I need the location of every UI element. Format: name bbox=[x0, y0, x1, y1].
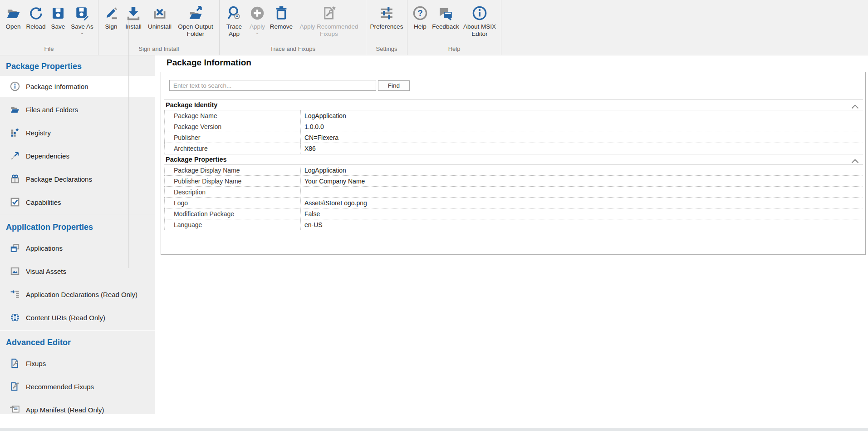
row-label: Publisher Display Name bbox=[164, 176, 301, 186]
declaration-list-icon bbox=[10, 289, 20, 299]
reload-icon bbox=[27, 4, 44, 22]
sidebar-heading-application-properties: Application Properties bbox=[0, 215, 155, 238]
sidebar-item-files-and-folders[interactable]: Files and Folders bbox=[0, 99, 155, 120]
reload-button[interactable]: Reload bbox=[24, 0, 48, 30]
remove-button[interactable]: Remove bbox=[268, 0, 294, 30]
sidebar-item-applications[interactable]: Applications bbox=[0, 238, 155, 258]
table-row-logo[interactable]: Logo Assets\StoreLogo.png bbox=[164, 198, 863, 208]
save-as-dropdown-chevron[interactable]: ⌄ bbox=[80, 30, 84, 35]
row-label: Package Version bbox=[164, 121, 301, 132]
sidebar-item-app-manifest[interactable]: App Manifest (Read Only) bbox=[0, 399, 155, 414]
sidebar-item-label: Package Information bbox=[26, 83, 88, 90]
open-output-folder-button[interactable]: Open Output Folder bbox=[174, 0, 217, 38]
preferences-label: Preferences bbox=[370, 23, 403, 30]
image-icon bbox=[10, 266, 20, 276]
ribbon-group-sign-install: Sign Install Uninstall Open Output Folde… bbox=[98, 0, 220, 55]
chevron-up-icon[interactable] bbox=[851, 103, 859, 110]
about-msix-editor-button[interactable]: About MSIX Editor bbox=[461, 0, 499, 38]
sidebar-item-fixups[interactable]: Fixups bbox=[0, 353, 155, 374]
row-value[interactable]: CN=Flexera bbox=[301, 132, 863, 143]
sidebar-item-label: Registry bbox=[26, 129, 51, 137]
feedback-bubble-icon bbox=[437, 4, 454, 22]
row-value[interactable]: LogApplication bbox=[301, 165, 863, 175]
apply-plus-icon bbox=[249, 4, 266, 22]
sidebar-item-package-declarations[interactable]: Package Declarations bbox=[0, 168, 155, 189]
row-value[interactable]: X86 bbox=[301, 143, 863, 154]
install-arrow-icon bbox=[125, 4, 142, 22]
save-button[interactable]: Save bbox=[48, 0, 69, 30]
apply-recommended-fixups-button[interactable]: Apply Recommended Fixups bbox=[294, 0, 363, 38]
open-button[interactable]: Open bbox=[2, 0, 24, 30]
folder-icon bbox=[10, 104, 20, 114]
trace-app-button[interactable]: Trace App bbox=[222, 0, 246, 38]
sidebar-item-label: Applications bbox=[26, 244, 63, 252]
ribbon-group-label-file: File bbox=[0, 45, 98, 55]
help-label: Help bbox=[414, 23, 427, 30]
registry-icon bbox=[10, 128, 20, 138]
row-label: Package Display Name bbox=[164, 165, 301, 175]
sidebar-content-splitter[interactable] bbox=[159, 55, 159, 428]
table-row-publisher-display-name[interactable]: Publisher Display Name Your Company Name bbox=[164, 176, 863, 187]
table-row-architecture[interactable]: Architecture X86 bbox=[164, 143, 863, 154]
package-information-panel: Find Package Identity Package Name LogAp… bbox=[161, 72, 866, 255]
gift-box-icon bbox=[10, 174, 20, 184]
row-value[interactable]: LogApplication bbox=[301, 110, 863, 121]
sidebar-item-content-uris[interactable]: Content URIs (Read Only) bbox=[0, 307, 155, 328]
sidebar-item-dependencies[interactable]: Dependencies bbox=[0, 145, 155, 166]
sidebar-item-label: Recommended Fixups bbox=[26, 383, 94, 391]
sidebar-item-registry[interactable]: Registry bbox=[0, 122, 155, 143]
about-info-icon bbox=[471, 4, 488, 22]
preferences-button[interactable]: Preferences bbox=[368, 0, 405, 30]
sidebar-item-label: Dependencies bbox=[26, 152, 69, 160]
chevron-up-icon[interactable] bbox=[851, 158, 859, 165]
find-button[interactable]: Find bbox=[378, 80, 410, 91]
apply-button[interactable]: Apply ⌄ bbox=[246, 0, 268, 35]
table-row-language[interactable]: Language en-US bbox=[164, 219, 863, 230]
save-as-button[interactable]: Save As ⌄ bbox=[69, 0, 96, 35]
trace-app-label: Trace App bbox=[222, 23, 246, 38]
sidebar-item-visual-assets[interactable]: Visual Assets bbox=[0, 261, 155, 282]
save-as-icon bbox=[74, 4, 91, 22]
row-label: Architecture bbox=[164, 143, 301, 154]
table-row-description[interactable]: Description bbox=[164, 187, 863, 198]
row-value[interactable]: en-US bbox=[301, 219, 863, 230]
feedback-button[interactable]: Feedback bbox=[431, 0, 461, 30]
ribbon-group-label-settings: Settings bbox=[366, 45, 407, 55]
recommended-fixups-icon bbox=[320, 4, 338, 22]
row-value[interactable]: Assets\StoreLogo.png bbox=[301, 198, 863, 208]
sidebar-item-capabilities[interactable]: Capabilities bbox=[0, 192, 155, 213]
table-row-publisher[interactable]: Publisher CN=Flexera bbox=[164, 132, 863, 143]
row-value[interactable]: 1.0.0.0 bbox=[301, 121, 863, 132]
table-row-package-version[interactable]: Package Version 1.0.0.0 bbox=[164, 121, 863, 132]
row-value[interactable]: Your Company Name bbox=[301, 176, 863, 186]
trace-app-icon bbox=[226, 4, 243, 22]
ribbon-group-label-help: Help bbox=[407, 45, 501, 55]
row-value[interactable]: False bbox=[301, 208, 863, 219]
row-value[interactable] bbox=[301, 187, 863, 197]
row-label: Description bbox=[164, 187, 301, 197]
section-header-package-properties[interactable]: Package Properties bbox=[164, 154, 863, 165]
sidebar-item-package-information[interactable]: Package Information bbox=[0, 76, 155, 97]
save-label: Save bbox=[51, 23, 65, 30]
row-label: Modification Package bbox=[164, 208, 301, 219]
sidebar-scrollbar[interactable] bbox=[128, 20, 129, 268]
feedback-label: Feedback bbox=[432, 23, 459, 30]
sidebar-item-application-declarations[interactable]: Application Declarations (Read Only) bbox=[0, 284, 155, 305]
table-row-modification-package[interactable]: Modification Package False bbox=[164, 208, 863, 219]
section-header-package-identity[interactable]: Package Identity bbox=[164, 99, 863, 110]
table-row-package-display-name[interactable]: Package Display Name LogApplication bbox=[164, 165, 863, 176]
section-header-label: Package Identity bbox=[166, 101, 217, 109]
help-button[interactable]: ? Help bbox=[410, 0, 431, 30]
sidebar-item-label: Capabilities bbox=[26, 198, 61, 206]
sidebar-navigation: Package Properties Package Information F… bbox=[0, 55, 155, 414]
open-folder-icon bbox=[5, 4, 22, 22]
install-button[interactable]: Install bbox=[122, 0, 145, 30]
sidebar-item-recommended-fixups[interactable]: Recommended Fixups bbox=[0, 376, 155, 397]
sign-button[interactable]: Sign bbox=[101, 0, 122, 30]
uninstall-button[interactable]: Uninstall bbox=[145, 0, 174, 30]
ribbon-group-trace-fixups: Trace App Apply ⌄ Remove Apply Recommen bbox=[220, 0, 366, 55]
row-label: Language bbox=[164, 219, 301, 230]
checkbox-icon bbox=[10, 197, 20, 207]
table-row-package-name[interactable]: Package Name LogApplication bbox=[164, 110, 863, 121]
search-input[interactable] bbox=[169, 80, 376, 91]
